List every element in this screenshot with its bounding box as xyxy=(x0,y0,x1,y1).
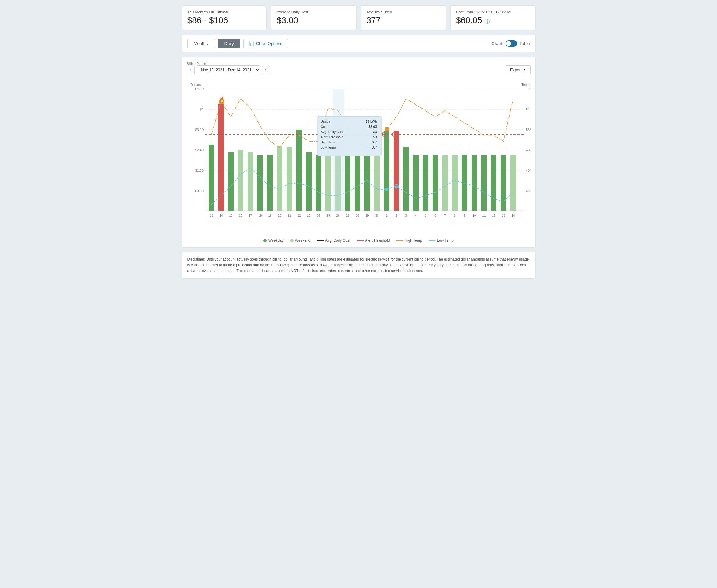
bar-17 xyxy=(247,152,253,211)
svg-text:13: 13 xyxy=(502,214,505,217)
period-dropdown[interactable]: Nov 12, 2021 - Dec 14, 2021 xyxy=(196,65,260,74)
legend-avg-label: Avg. Daily Cost xyxy=(325,238,350,243)
svg-text:15: 15 xyxy=(229,214,233,217)
svg-text:$1.60: $1.60 xyxy=(195,169,203,172)
bar-2-red xyxy=(394,131,399,211)
stat-label-cost: Cost From 11/12/2021 - 12/3/2021 xyxy=(456,10,530,14)
chart-svg: Dollars Temp $4.80 $4 $3.20 $2.40 xyxy=(187,77,530,235)
svg-text:17: 17 xyxy=(248,214,252,217)
svg-text:27: 27 xyxy=(346,214,349,217)
legend-weekend-dot xyxy=(290,239,294,242)
svg-text:64°: 64° xyxy=(526,107,530,111)
bar-21 xyxy=(286,147,292,211)
info-icon[interactable]: ⓘ xyxy=(485,19,490,25)
bar-5 xyxy=(423,155,428,211)
svg-text:29: 29 xyxy=(365,214,369,217)
controls-row: Monthly Daily 📊 Chart Options Graph Tabl… xyxy=(181,35,536,52)
stat-value-daily: $3.00 xyxy=(277,16,351,25)
bar-20 xyxy=(277,146,282,211)
svg-text:Cost: Cost xyxy=(321,125,328,128)
bar-11 xyxy=(481,155,487,211)
chart-options-button[interactable]: 📊 Chart Options xyxy=(243,39,288,48)
stat-label-daily: Average Daily Cost xyxy=(277,10,351,14)
svg-text:Usage: Usage xyxy=(321,120,330,123)
bar-30 xyxy=(374,155,379,211)
bar-14b xyxy=(510,155,516,211)
legend-low-temp: Low Temp xyxy=(429,238,453,243)
stat-value-kwh: 377 xyxy=(367,16,440,25)
period-next-button[interactable]: › xyxy=(262,66,270,74)
daily-tab[interactable]: Daily xyxy=(218,39,240,48)
svg-text:22: 22 xyxy=(297,214,301,217)
svg-text:$4.80: $4.80 xyxy=(195,87,203,91)
flame-icon-14: 🔥 xyxy=(219,97,225,102)
low-temp-dot-30 xyxy=(385,188,388,191)
bar-4 xyxy=(413,155,418,211)
svg-text:11: 11 xyxy=(482,214,486,217)
svg-text:32°: 32° xyxy=(526,189,530,193)
svg-text:20: 20 xyxy=(278,214,281,217)
svg-text:6: 6 xyxy=(434,214,436,217)
bar-19 xyxy=(267,155,273,211)
bar-13 xyxy=(209,145,214,211)
svg-text:$3.20: $3.20 xyxy=(195,128,203,131)
stat-value-cost: $60.05 ⓘ xyxy=(456,16,530,25)
bar-24 xyxy=(316,155,321,211)
svg-text:Dollars: Dollars xyxy=(191,83,201,86)
disclaimer: Disclaimer: Until your account actually … xyxy=(181,252,536,279)
svg-text:$4: $4 xyxy=(199,107,203,111)
svg-text:35°: 35° xyxy=(372,146,377,149)
svg-text:High Temp: High Temp xyxy=(321,140,336,144)
monthly-tab[interactable]: Monthly xyxy=(188,39,215,48)
bar-29 xyxy=(365,155,370,211)
svg-text:3: 3 xyxy=(405,214,407,217)
legend-low-label: Low Temp xyxy=(437,238,453,243)
period-prev-button[interactable]: ‹ xyxy=(187,66,195,74)
bar-13b xyxy=(501,155,506,211)
svg-text:13: 13 xyxy=(210,214,213,217)
bar-15 xyxy=(228,152,234,211)
chevron-down-icon: ▼ xyxy=(523,68,526,71)
chart-legend: Weekday Weekend Avg. Daily Cost Alert Th… xyxy=(187,238,530,243)
bar-27 xyxy=(345,155,350,211)
export-button[interactable]: Export ▼ xyxy=(505,65,530,74)
legend-high-line xyxy=(396,240,403,241)
svg-text:72°: 72° xyxy=(526,87,530,91)
stat-label-bill: This Month's Bill Estimate xyxy=(188,10,261,14)
bar-25 xyxy=(326,155,331,211)
svg-text:56°: 56° xyxy=(526,128,530,131)
stat-card-bill: This Month's Bill Estimate $86 - $106 xyxy=(181,5,267,30)
bar-18 xyxy=(257,155,263,211)
svg-text:8: 8 xyxy=(454,214,456,217)
bar-28 xyxy=(355,155,360,211)
stat-value-bill: $86 - $106 xyxy=(188,16,261,25)
view-toggle: Graph Table xyxy=(491,41,529,46)
svg-text:30: 30 xyxy=(375,214,379,217)
svg-text:40°: 40° xyxy=(526,169,530,172)
legend-avg-line xyxy=(317,240,324,241)
period-selector: ‹ Nov 12, 2021 - Dec 14, 2021 › xyxy=(187,65,270,74)
chart-icon: 📊 xyxy=(249,41,254,46)
svg-text:48°: 48° xyxy=(526,148,530,152)
legend-alert-label: Alert Threshold xyxy=(365,238,390,243)
chart-container: Billing Period ‹ Nov 12, 2021 - Dec 14, … xyxy=(181,57,536,248)
svg-text:65°: 65° xyxy=(372,140,377,144)
bar-12 xyxy=(491,155,497,211)
svg-text:2: 2 xyxy=(395,214,397,217)
table-label: Table xyxy=(520,41,529,46)
svg-text:Alert Threshold: Alert Threshold xyxy=(321,135,343,139)
chart-area: Dollars Temp $4.80 $4 $3.20 $2.40 xyxy=(187,77,530,243)
stat-label-kwh: Total kWh Used xyxy=(367,10,440,14)
svg-text:19: 19 xyxy=(268,214,271,217)
svg-text:Temp: Temp xyxy=(521,83,529,86)
svg-text:28: 28 xyxy=(355,214,359,217)
legend-high-temp: High Temp xyxy=(396,238,422,243)
legend-weekday: Weekday xyxy=(263,238,283,243)
svg-text:7: 7 xyxy=(444,214,446,217)
legend-low-line xyxy=(429,240,435,241)
bar-1 xyxy=(384,131,389,211)
svg-text:4: 4 xyxy=(415,214,417,217)
legend-weekday-label: Weekday xyxy=(268,238,283,243)
svg-text:$0.80: $0.80 xyxy=(195,189,203,193)
graph-table-toggle[interactable] xyxy=(505,41,517,46)
